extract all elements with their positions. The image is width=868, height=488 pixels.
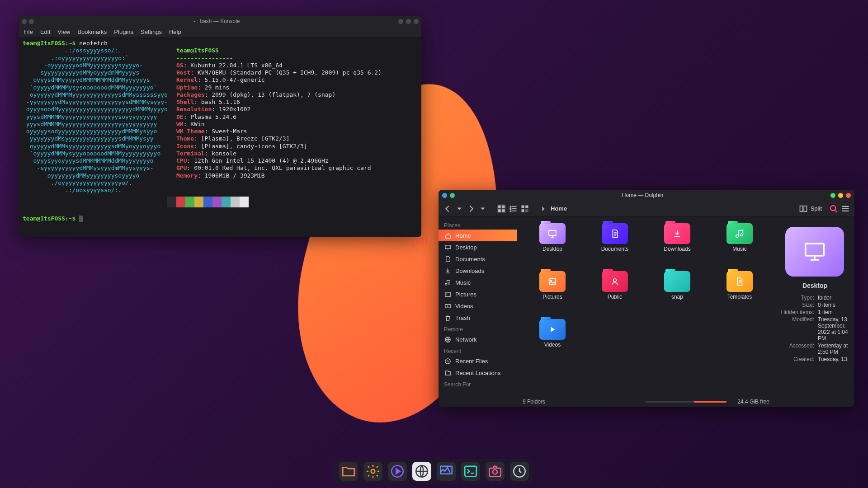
sidebar-item-label: Downloads bbox=[455, 267, 484, 274]
svg-rect-30 bbox=[806, 244, 824, 256]
forward-menu-icon[interactable] bbox=[478, 204, 487, 213]
folder-templates[interactable]: Templates bbox=[712, 271, 767, 316]
svg-rect-0 bbox=[498, 205, 501, 208]
pictures-icon bbox=[444, 291, 451, 298]
svg-rect-12 bbox=[522, 209, 524, 212]
info-key: Type: bbox=[781, 295, 818, 301]
close-icon[interactable] bbox=[414, 19, 419, 24]
svg-rect-1 bbox=[502, 205, 505, 208]
sidebar-item-recent-files[interactable]: Recent Files bbox=[439, 355, 517, 367]
dock-screenshot-icon[interactable] bbox=[486, 462, 505, 481]
folder-videos[interactable]: Videos bbox=[525, 319, 580, 364]
sidebar-item-music[interactable]: Music bbox=[439, 277, 517, 288]
breadcrumb-chevron-icon[interactable] bbox=[539, 204, 548, 213]
dolphin-sidebar: PlacesHomeDesktopDocumentsDownloadsMusic… bbox=[439, 217, 517, 407]
maximize-icon[interactable] bbox=[406, 19, 411, 24]
dolphin-titlebar[interactable]: Home — Dolphin bbox=[439, 190, 854, 201]
minimize-icon[interactable] bbox=[830, 193, 835, 198]
svg-rect-15 bbox=[804, 206, 807, 211]
konsole-titlebar[interactable]: ~ : bash — Konsole bbox=[19, 16, 421, 26]
split-button[interactable]: Split bbox=[811, 205, 822, 212]
sidebar-item-label: Documents bbox=[455, 256, 485, 263]
sidebar-heading-search: Search For bbox=[439, 379, 517, 389]
folder-desktop[interactable]: Desktop bbox=[525, 223, 580, 268]
folder-label: Music bbox=[732, 246, 746, 252]
sidebar-item-label: Network bbox=[455, 336, 477, 343]
hamburger-menu-button[interactable] bbox=[841, 204, 850, 213]
folder-pictures[interactable]: Pictures bbox=[525, 271, 580, 316]
folder-label: snap bbox=[671, 294, 683, 300]
sidebar-item-trash[interactable]: Trash bbox=[439, 312, 517, 324]
sidebar-item-documents[interactable]: Documents bbox=[439, 253, 517, 265]
konsole-new-tab-icon[interactable] bbox=[29, 19, 34, 24]
konsole-tab-icon[interactable] bbox=[22, 19, 27, 24]
home-icon bbox=[444, 232, 451, 239]
color-swatch bbox=[167, 197, 176, 207]
sidebar-item-downloads[interactable]: Downloads bbox=[439, 265, 517, 277]
maximize-icon[interactable] bbox=[838, 193, 843, 198]
folder-grid[interactable]: DesktopDocumentsDownloadsMusicPicturesPu… bbox=[517, 217, 775, 396]
forward-button[interactable] bbox=[467, 204, 476, 213]
folder-label: Templates bbox=[727, 294, 752, 300]
svg-rect-26 bbox=[549, 230, 556, 235]
sidebar-item-network[interactable]: Network bbox=[439, 333, 517, 345]
folder-label: Videos bbox=[544, 342, 561, 348]
dock-settings-icon[interactable] bbox=[363, 462, 382, 481]
folder-icon bbox=[664, 223, 690, 244]
konsole-window: ~ : bash — Konsole FileEditViewBookmarks… bbox=[19, 16, 421, 237]
menu-edit[interactable]: Edit bbox=[40, 28, 50, 35]
menu-view[interactable]: View bbox=[57, 28, 70, 35]
menu-help[interactable]: Help bbox=[169, 28, 181, 35]
dock-files-icon[interactable] bbox=[339, 462, 358, 481]
svg-rect-5 bbox=[512, 206, 517, 206]
sidebar-item-recent-locations[interactable]: Recent Locations bbox=[439, 367, 517, 379]
sidebar-item-home[interactable]: Home bbox=[439, 230, 517, 241]
color-swatch bbox=[185, 197, 194, 207]
menu-bookmarks[interactable]: Bookmarks bbox=[77, 28, 107, 35]
menu-file[interactable]: File bbox=[24, 28, 33, 35]
close-icon[interactable] bbox=[846, 193, 851, 198]
folder-icon bbox=[539, 319, 566, 340]
sidebar-item-videos[interactable]: Videos bbox=[439, 300, 517, 312]
titlebar-dot[interactable] bbox=[442, 193, 447, 198]
folder-music[interactable]: Music bbox=[712, 223, 767, 268]
search-button[interactable] bbox=[829, 204, 838, 213]
back-menu-icon[interactable] bbox=[455, 204, 464, 213]
info-key: Created: bbox=[781, 356, 818, 362]
folder-documents[interactable]: Documents bbox=[588, 223, 642, 268]
info-value: Yesterday at 2:50 PM bbox=[818, 343, 849, 355]
svg-rect-17 bbox=[842, 206, 849, 206]
folder-label: Public bbox=[608, 294, 623, 300]
dolphin-toolbar: Home Split bbox=[439, 201, 854, 217]
recent-locations-icon bbox=[444, 369, 451, 376]
dock-monitor-icon[interactable] bbox=[437, 462, 456, 481]
back-button[interactable] bbox=[443, 204, 452, 213]
downloads-icon bbox=[444, 267, 451, 274]
dock-media-icon[interactable] bbox=[388, 462, 407, 481]
split-icon[interactable] bbox=[799, 204, 808, 213]
view-compact-button[interactable] bbox=[509, 204, 518, 213]
dock-terminal-icon[interactable] bbox=[461, 462, 480, 481]
titlebar-dot[interactable] bbox=[450, 193, 455, 198]
terminal-body[interactable]: team@ItsFOSS:~$ neofetch .:/ossyyyysso/:… bbox=[19, 38, 421, 237]
dock-clock-icon[interactable] bbox=[510, 462, 529, 481]
folder-snap[interactable]: snap bbox=[650, 271, 704, 316]
disk-free-text: 24.4 GiB free bbox=[737, 399, 769, 405]
svg-rect-21 bbox=[445, 292, 450, 296]
network-icon bbox=[444, 336, 451, 343]
view-details-button[interactable] bbox=[520, 204, 529, 213]
view-icons-button[interactable] bbox=[497, 204, 506, 213]
sidebar-item-desktop[interactable]: Desktop bbox=[439, 241, 517, 253]
konsole-menubar: FileEditViewBookmarksPluginsSettingsHelp bbox=[19, 26, 421, 38]
menu-plugins[interactable]: Plugins bbox=[114, 28, 133, 35]
info-key: Modified: bbox=[781, 316, 818, 342]
folder-public[interactable]: Public bbox=[588, 271, 642, 316]
sidebar-item-pictures[interactable]: Pictures bbox=[439, 288, 517, 300]
dock-browser-icon[interactable] bbox=[412, 462, 431, 481]
info-row: Type:folder bbox=[781, 295, 849, 301]
minimize-icon[interactable] bbox=[398, 19, 403, 24]
breadcrumb-home[interactable]: Home bbox=[551, 205, 567, 212]
folder-downloads[interactable]: Downloads bbox=[650, 223, 704, 268]
menu-settings[interactable]: Settings bbox=[141, 28, 162, 35]
sidebar-item-label: Desktop bbox=[455, 244, 477, 251]
